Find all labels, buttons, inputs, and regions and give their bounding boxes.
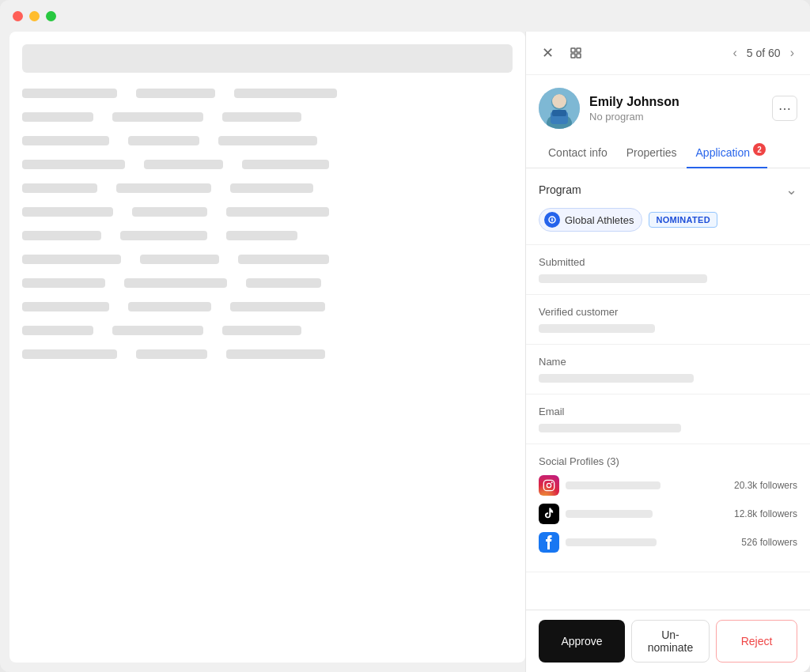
close-dot[interactable] [13,11,23,21]
expand-button[interactable] [566,43,585,63]
svg-rect-2 [571,54,575,58]
facebook-icon [539,532,559,553]
skeleton-cell [22,112,93,122]
reject-button[interactable]: Reject [716,620,797,663]
list-panel [9,32,525,663]
social-row-instagram: 20.3k followers [539,475,797,496]
list-item [22,255,513,264]
social-profiles-label: Social Profiles (3) [539,455,797,467]
field-name: Name [526,345,810,395]
program-name: Global Athletes [565,214,634,226]
tabs: Contact info Properties Application 2 [526,138,810,168]
panel-body: Program ⌄ Global Athletes [526,168,810,610]
list-item [22,326,513,335]
avatar-image [539,88,580,129]
prev-record-button[interactable]: ‹ [730,44,740,62]
maximize-dot[interactable] [46,11,56,21]
record-counter: 5 of 60 [747,47,781,59]
profile-text: Emily Johnson No program [589,95,679,123]
close-button[interactable]: ✕ [539,43,557,63]
facebook-followers: 526 followers [741,537,797,548]
application-badge: 2 [753,143,766,156]
minimize-dot[interactable] [29,11,40,21]
social-row-tiktok: 12.8k followers [539,504,797,524]
skeleton-cell [120,231,207,240]
svg-point-12 [547,483,551,487]
svg-point-13 [551,481,553,483]
svg-point-7 [552,94,566,108]
list-item [22,160,513,169]
skeleton-cell [22,231,101,240]
list-item [22,349,513,359]
skeleton-cell [234,89,337,98]
field-value-email [539,424,681,432]
field-value-verified [539,324,655,333]
instagram-followers: 20.3k followers [734,480,797,491]
skeleton-cell [226,349,325,359]
section-chevron-icon[interactable]: ⌄ [785,181,797,198]
section-title: Program [539,183,581,196]
field-label-submitted: Submitted [539,256,797,268]
skeleton-cell [116,183,211,193]
skeleton-cell [238,255,329,264]
profile-header: Emily Johnson No program ⋯ [526,75,810,138]
list-item [22,136,513,145]
skeleton-cell [230,302,325,311]
toolbar-nav: ‹ 5 of 60 › [730,44,797,62]
main-content: ✕ ‹ 5 of 60 › [0,32,810,672]
field-label-verified: Verified customer [539,306,797,318]
skeleton-cell [222,326,301,335]
skeleton-cell [22,278,105,288]
social-row-facebook: 526 followers [539,532,797,553]
skeleton-cell [22,136,109,145]
skeleton-cell [22,349,117,359]
field-value-name [539,374,694,383]
profile-program: No program [589,111,679,123]
app-window: ✕ ‹ 5 of 60 › [0,0,810,672]
skeleton-cell [22,183,97,193]
field-label-email: Email [539,406,797,417]
skeleton-cell [226,231,297,240]
more-options-button[interactable]: ⋯ [772,96,797,121]
skeleton-cell [222,112,301,122]
tab-application[interactable]: Application 2 [687,138,768,168]
skeleton-cell [136,89,215,98]
tab-contact-info[interactable]: Contact info [539,138,617,168]
unnominate-button[interactable]: Un-nominate [631,620,710,663]
field-label-name: Name [539,356,797,368]
field-email: Email [526,395,810,444]
skeleton-cell [22,160,125,169]
skeleton-cell [242,160,329,169]
toolbar-left: ✕ [539,43,585,63]
list-header-skeleton [22,44,513,73]
skeleton-cell [22,326,93,335]
field-submitted: Submitted [526,245,810,295]
field-value-submitted [539,274,707,283]
tiktok-username [566,510,653,518]
skeleton-cell [132,207,207,217]
skeleton-cell [112,112,203,122]
approve-button[interactable]: Approve [539,620,625,663]
field-verified-customer: Verified customer [526,295,810,345]
list-item [22,89,513,98]
next-record-button[interactable]: › [787,44,797,62]
skeleton-cell [128,136,199,145]
list-item [22,183,513,193]
panel-toolbar: ✕ ‹ 5 of 60 › [526,32,810,75]
panel-actions: Approve Un-nominate Reject [526,610,810,672]
skeleton-cell [226,207,329,217]
facebook-username [566,538,657,546]
social-profiles-section: Social Profiles (3) 20.3k followers [526,444,810,572]
program-icon [544,212,560,228]
svg-rect-9 [552,110,566,116]
skeleton-cell [22,207,113,217]
svg-rect-0 [571,48,575,52]
skeleton-cell [144,160,223,169]
section-header: Program ⌄ [539,181,797,198]
list-item [22,278,513,288]
skeleton-cell [140,255,219,264]
svg-rect-11 [543,480,554,490]
tab-properties[interactable]: Properties [617,138,687,168]
list-item [22,231,513,240]
instagram-username [566,481,660,489]
